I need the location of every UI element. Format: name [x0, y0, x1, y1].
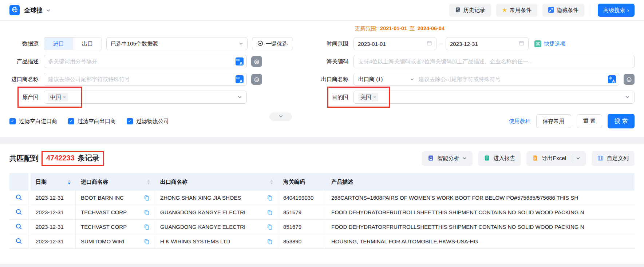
- exporter-text-area[interactable]: 建议去除公司尾部字符或特殊符号: [419, 76, 619, 83]
- favorite-conditions-button[interactable]: ★ 常用条件: [496, 4, 537, 17]
- copy-icon[interactable]: [267, 224, 273, 230]
- cell-importer: TECHVAST CORP: [76, 205, 155, 220]
- columns-icon: [597, 155, 604, 162]
- tab-import[interactable]: 进口: [44, 37, 73, 50]
- tutorial-link[interactable]: 使用教程: [509, 118, 531, 125]
- command-icon: ⌘: [534, 40, 541, 47]
- view-detail-button[interactable]: [9, 205, 28, 220]
- filter-blank-exporter-checkbox[interactable]: ✓ 过滤空白出口商: [68, 118, 116, 125]
- filter-action-row: ✓ 过滤空白进口商 ✓ 过滤空白出口商 ✓ 过滤物流公司 使用教程 保存常用 重…: [9, 114, 635, 128]
- view-detail-button[interactable]: [9, 191, 28, 205]
- origin-country-label: 原产国: [9, 94, 39, 101]
- header-date[interactable]: 日期: [31, 173, 76, 191]
- update-range-middle: 至: [410, 25, 415, 31]
- exporter-type-select[interactable]: 出口商 (1): [354, 73, 419, 85]
- analysis-icon: [428, 155, 434, 162]
- sort-icons[interactable]: [147, 180, 150, 184]
- page-title: 全球搜: [24, 6, 43, 15]
- exact-match-icon[interactable]: ⊜: [624, 74, 635, 85]
- cell-importer: TECHVAST CORP: [76, 220, 155, 234]
- quick-options-button[interactable]: ⌘ 快捷选项: [534, 40, 566, 47]
- history-icon: [455, 7, 461, 14]
- filter-blank-importer-checkbox[interactable]: ✓ 过滤空白进口商: [9, 118, 57, 125]
- cell-date: 2023-12-31: [31, 220, 76, 234]
- advanced-search-button[interactable]: 高级搜索 ›: [598, 4, 635, 17]
- header-importer[interactable]: 进口商名称: [76, 173, 155, 191]
- cell-hscode: 851679: [278, 205, 326, 220]
- filter-logistics-checkbox[interactable]: ✓ 过滤物流公司: [127, 118, 169, 125]
- search-icon: [15, 194, 22, 202]
- translate-icon[interactable]: 中 A: [236, 57, 244, 65]
- sort-icons[interactable]: [270, 180, 273, 184]
- export-excel-button[interactable]: 导出Excel: [526, 151, 586, 166]
- view-detail-button[interactable]: [9, 220, 28, 234]
- form-row-product-hscode: 产品描述 多关键词用分号隔开 中 A ⊜ 海关编码 支持4位以上海关编码或者2位…: [9, 55, 635, 68]
- copy-icon[interactable]: [267, 239, 273, 244]
- copy-icon[interactable]: [267, 210, 273, 215]
- copy-icon[interactable]: [144, 195, 150, 201]
- sort-icons[interactable]: [68, 180, 71, 184]
- collapse-form-button[interactable]: [269, 112, 292, 121]
- importer-name-input[interactable]: 建议去除公司尾部字符或特殊符号 中 A: [44, 73, 247, 86]
- calendar-icon: [519, 40, 524, 47]
- save-common-button[interactable]: 保存常用: [536, 114, 571, 128]
- copy-icon[interactable]: [267, 195, 273, 201]
- end-date-input[interactable]: 2023-12-31: [446, 37, 529, 50]
- hs-code-label: 海关编码: [321, 58, 348, 65]
- search-button[interactable]: 搜 索: [608, 114, 635, 128]
- history-button[interactable]: 历史记录: [449, 4, 491, 17]
- hs-code-input[interactable]: 支持4位以上海关编码或者2位海关编码加上产品描述、企业名称的任一...: [353, 55, 635, 68]
- origin-country-select[interactable]: 中国 ×: [44, 91, 247, 104]
- search-icon: [15, 208, 22, 216]
- chevron-down-icon[interactable]: [46, 8, 51, 13]
- time-range-label: 时间范围: [321, 40, 348, 47]
- cell-product-desc: FOOD DEHYDRATORFRUITROLLSHEETTHIS SHIPME…: [326, 205, 635, 220]
- smart-analysis-button[interactable]: 智能分析: [422, 151, 473, 166]
- data-source-select[interactable]: 已选中105个数据源: [106, 37, 248, 50]
- destination-country-label: 目的国: [321, 94, 348, 101]
- update-range-start: 2021-01-01: [380, 25, 407, 31]
- chevron-down-icon[interactable]: [576, 155, 580, 162]
- optimize-label: 一键优选: [266, 40, 288, 47]
- app-logo[interactable]: [9, 5, 20, 15]
- exact-match-icon[interactable]: ⊜: [251, 74, 262, 85]
- cell-product-desc: 268CARTONS=1608PAIRS OF WOMEN'S WORK BOO…: [326, 191, 635, 205]
- destination-country-select[interactable]: 美国 ×: [353, 91, 635, 104]
- copy-icon[interactable]: [144, 210, 150, 215]
- top-bar: 全球搜 历史记录 ★ 常用条件 隐藏条件 高级搜索 ›: [0, 0, 644, 21]
- table-row: 2023-12-31 TECHVAST CORP GUANGDONG KANGY…: [9, 220, 635, 234]
- view-detail-button[interactable]: [9, 234, 28, 249]
- exporter-name-label: 出口商名称: [321, 76, 348, 83]
- translate-icon[interactable]: 中 A: [608, 75, 616, 83]
- cell-date: 2023-12-31: [31, 205, 76, 220]
- remove-tag-icon[interactable]: ×: [63, 94, 66, 100]
- tab-export[interactable]: 出口: [73, 37, 102, 50]
- product-desc-label: 产品描述: [9, 58, 39, 65]
- hide-conditions-button[interactable]: 隐藏条件: [542, 4, 584, 17]
- remove-tag-icon[interactable]: ×: [373, 94, 376, 100]
- translate-icon[interactable]: 中 A: [236, 75, 244, 83]
- exact-match-icon[interactable]: ⊜: [251, 56, 262, 67]
- start-date-input[interactable]: 2023-01-01: [353, 37, 436, 50]
- results-table: 日期 进口商名称 出口商名称 海关编码 产品描述 2: [9, 173, 635, 249]
- end-date-value: 2023-12-31: [450, 41, 478, 47]
- exporter-type-value: 出口商 (1): [358, 76, 383, 83]
- hs-code-placeholder: 支持4位以上海关编码或者2位海关编码加上产品描述、企业名称的任一...: [358, 58, 533, 65]
- header-exporter[interactable]: 出口商名称: [155, 173, 278, 191]
- update-range-end: 2024-06-04: [418, 25, 445, 31]
- table-row: 2023-12-31 BOOT BARN INC ZHONG SHAN XING…: [9, 191, 635, 205]
- table-row: 2023-12-31 SUMITOMO WIRI H K WIRING SYST…: [9, 234, 635, 249]
- data-source-label: 数据源: [9, 40, 39, 47]
- header-product-desc: 产品描述: [326, 173, 635, 191]
- enter-report-button[interactable]: 进入报告: [478, 151, 521, 166]
- reset-button[interactable]: 重 置: [577, 114, 602, 128]
- copy-icon[interactable]: [144, 224, 150, 230]
- header-detail: [9, 173, 28, 191]
- copy-icon[interactable]: [144, 239, 150, 244]
- table-header-row: 日期 进口商名称 出口商名称 海关编码 产品描述: [9, 173, 635, 191]
- checkbox-checked-icon: ✓: [68, 118, 74, 124]
- customize-columns-button[interactable]: 自定义列: [592, 151, 635, 166]
- cell-hscode: 6404199030: [278, 191, 326, 205]
- product-desc-input[interactable]: 多关键词用分号隔开 中 A: [44, 55, 247, 68]
- one-key-optimize-button[interactable]: 一键优选: [252, 37, 293, 50]
